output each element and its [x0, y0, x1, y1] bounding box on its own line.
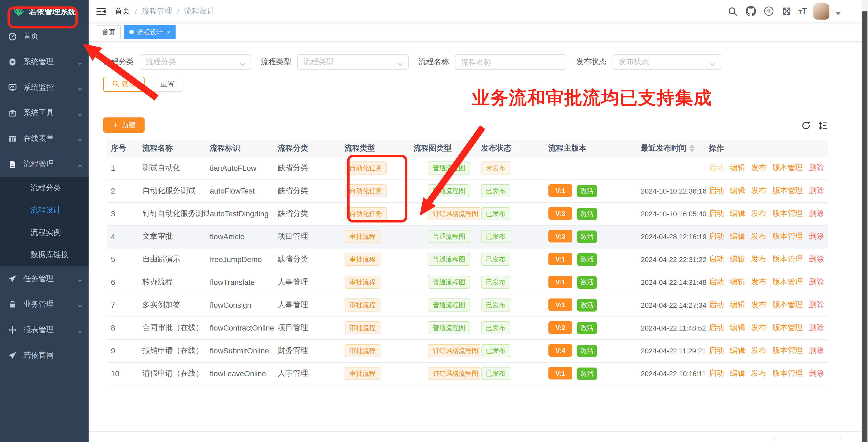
search-button[interactable]: 查询	[103, 77, 145, 92]
page-size-select[interactable]	[773, 438, 841, 442]
tab-home[interactable]: 首页	[97, 25, 121, 39]
action-versions[interactable]: 版本管理	[772, 255, 803, 263]
action-start[interactable]: 启动	[709, 209, 724, 217]
action-publish[interactable]: 发布	[751, 255, 766, 263]
action-publish[interactable]: 发布	[751, 277, 766, 286]
sidebar-item-process-design[interactable]: 流程设计	[0, 199, 89, 221]
filter-category-select[interactable]: 流程分类	[140, 54, 251, 69]
sidebar-item-process-category[interactable]: 流程分类	[0, 177, 89, 199]
action-start[interactable]: 启动	[709, 186, 724, 195]
sidebar-item-report-management[interactable]: 报表管理	[0, 317, 89, 343]
user-avatar[interactable]	[813, 3, 829, 19]
refresh-icon[interactable]	[801, 121, 811, 130]
action-versions[interactable]: 版本管理	[772, 323, 803, 332]
action-versions[interactable]: 版本管理	[772, 186, 803, 195]
action-start[interactable]: 启动	[709, 323, 724, 332]
action-start[interactable]: 启动	[709, 369, 724, 377]
action-start[interactable]: 启动	[709, 232, 724, 240]
filter-status-select[interactable]: 发布状态	[613, 54, 721, 69]
action-edit[interactable]: 编辑	[730, 369, 745, 377]
scrollbar-thumb[interactable]	[862, 11, 867, 442]
action-publish[interactable]: 发布	[751, 346, 766, 354]
action-delete[interactable]: 删除	[809, 346, 824, 354]
table-row[interactable]: 4文章审批flowArticle项目管理审批流程普通流程图已发布V:3激活202…	[106, 225, 828, 248]
action-publish[interactable]: 发布	[751, 163, 766, 172]
action-start[interactable]: 启动	[709, 255, 724, 263]
sidebar-item-business-management[interactable]: 业务管理	[0, 291, 89, 317]
action-publish[interactable]: 发布	[751, 209, 766, 217]
action-edit[interactable]: 编辑	[730, 255, 745, 263]
breadcrumb-process-management[interactable]: 流程管理	[142, 6, 172, 16]
action-delete[interactable]: 删除	[809, 300, 824, 309]
question-icon[interactable]: ?	[763, 5, 775, 17]
filter-type-select[interactable]: 流程类型	[297, 54, 409, 69]
table-row[interactable]: 1测试自动化tianAutoFLow缺省分类自动化任务普通流程图未发布启动编辑发…	[106, 156, 828, 179]
action-versions[interactable]: 版本管理	[772, 369, 803, 377]
table-row[interactable]: 6转办流程flowTranslate人事管理审批流程普通流程图已发布V:1激活2…	[106, 271, 828, 294]
action-publish[interactable]: 发布	[751, 186, 766, 195]
action-delete[interactable]: 删除	[809, 186, 824, 195]
action-edit[interactable]: 编辑	[730, 186, 745, 195]
sidebar-item-database-link[interactable]: 数据库链接	[0, 243, 89, 266]
column-settings-icon[interactable]	[818, 121, 828, 130]
tab-close-icon[interactable]: ×	[167, 29, 170, 35]
action-publish[interactable]: 发布	[751, 369, 766, 377]
action-versions[interactable]: 版本管理	[772, 209, 803, 217]
caret-down-icon[interactable]	[835, 12, 841, 15]
action-versions[interactable]: 版本管理	[772, 300, 803, 309]
search-icon[interactable]	[727, 5, 739, 17]
action-edit[interactable]: 编辑	[730, 232, 745, 240]
table-row[interactable]: 7多实例加签flowConsign人事管理审批流程普通流程图已发布V:1激活20…	[106, 294, 828, 317]
action-publish[interactable]: 发布	[751, 300, 766, 309]
table-row[interactable]: 10请假申请（在线）flowLeaveOnline人事管理审批流程钉钉风格流程图…	[106, 362, 828, 385]
sort-carets-icon[interactable]	[689, 145, 694, 152]
action-start[interactable]: 启动	[709, 163, 724, 172]
sidebar-item-process-management[interactable]: 流程管理	[0, 151, 89, 177]
table-row[interactable]: 9报销申请（在线）flowSubmitOnline财务管理审批流程钉钉风格流程图…	[106, 339, 828, 362]
filter-name-input[interactable]	[461, 58, 560, 66]
sidebar-item-system-tools[interactable]: 系统工具	[0, 100, 89, 125]
github-icon[interactable]	[745, 5, 756, 17]
action-versions[interactable]: 版本管理	[772, 163, 803, 172]
action-publish[interactable]: 发布	[751, 323, 766, 332]
reset-button[interactable]: 重置	[152, 77, 183, 92]
action-delete[interactable]: 删除	[809, 209, 824, 217]
action-edit[interactable]: 编辑	[730, 209, 745, 217]
font-size-icon[interactable]: TT	[799, 6, 807, 16]
action-delete[interactable]: 删除	[809, 369, 824, 377]
table-row[interactable]: 5自由跳演示freeJumpDemo缺省分类审批流程普通流程图已发布V:1激活2…	[106, 248, 828, 271]
action-delete[interactable]: 删除	[809, 277, 824, 286]
sidebar-fold-icon[interactable]	[95, 5, 107, 17]
action-start[interactable]: 启动	[709, 277, 724, 286]
app-logo[interactable]: 若依管理系统	[0, 0, 89, 23]
table-row[interactable]: 2自动化服务测试autoFlowTest缺省分类自动化任务普通流程图已发布V:1…	[106, 179, 828, 202]
sidebar-item-online-forms[interactable]: 在线表单	[0, 125, 89, 151]
sidebar-item-process-instance[interactable]: 流程实例	[0, 221, 89, 243]
fullscreen-icon[interactable]	[780, 5, 793, 17]
action-delete[interactable]: 删除	[809, 323, 824, 332]
action-delete[interactable]: 删除	[809, 163, 824, 172]
action-edit[interactable]: 编辑	[730, 346, 745, 354]
action-edit[interactable]: 编辑	[730, 277, 745, 286]
action-start[interactable]: 启动	[709, 346, 724, 354]
sidebar-item-task-management[interactable]: 任务管理	[0, 266, 89, 291]
action-start[interactable]: 启动	[709, 300, 724, 309]
action-edit[interactable]: 编辑	[730, 163, 745, 172]
tab-process-design[interactable]: 流程设计 ×	[124, 25, 176, 39]
action-publish[interactable]: 发布	[751, 232, 766, 240]
sidebar-item-system-monitor[interactable]: 系统监控	[0, 75, 89, 100]
action-versions[interactable]: 版本管理	[772, 346, 803, 354]
action-delete[interactable]: 删除	[809, 255, 824, 263]
action-edit[interactable]: 编辑	[730, 323, 745, 332]
sidebar-item-official-site[interactable]: 若依官网	[0, 343, 89, 368]
action-versions[interactable]: 版本管理	[772, 232, 803, 240]
action-edit[interactable]: 编辑	[730, 300, 745, 309]
create-button[interactable]: ＋ 新建	[103, 117, 145, 132]
action-versions[interactable]: 版本管理	[772, 277, 803, 286]
table-row[interactable]: 3钉钉自动化服务测试autoTestDingding缺省分类自动化任务钉钉风格流…	[106, 202, 828, 225]
sidebar-item-system-management[interactable]: 系统管理	[0, 49, 89, 75]
sidebar-item-home[interactable]: 首页	[0, 23, 89, 49]
breadcrumb-home[interactable]: 首页	[115, 6, 130, 16]
table-row[interactable]: 8合同审批（在线）flowContractOnline项目管理审批流程普通流程图…	[106, 317, 828, 339]
action-delete[interactable]: 删除	[809, 232, 824, 240]
